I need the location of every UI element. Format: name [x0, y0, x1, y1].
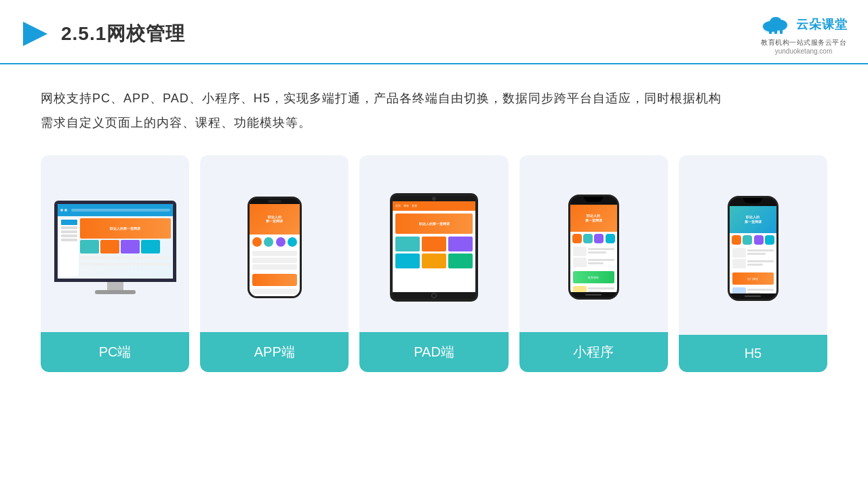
- card-pc: 职达人的第一堂网课: [41, 155, 189, 372]
- card-miniprogram-image: 职达人的第一堂网课: [519, 155, 668, 332]
- page-title: 2.5.1网校管理: [61, 21, 185, 47]
- logo-text: 云朵课堂: [796, 16, 848, 33]
- miniphone-frame-h5: 职达人的第一堂网课: [728, 196, 778, 301]
- miniphone-frame-mp: 职达人的第一堂网课: [568, 195, 619, 300]
- brand-logo-icon: [20, 19, 50, 49]
- phone-mockup-mp: 职达人的第一堂网课: [568, 195, 619, 300]
- tablet-frame: 首页 课程 直播 职达人的第一堂网课: [390, 193, 478, 302]
- card-pad: 首页 课程 直播 职达人的第一堂网课: [359, 155, 508, 372]
- card-pc-image: 职达人的第一堂网课: [41, 155, 189, 332]
- platform-cards: 职达人的第一堂网课: [0, 148, 868, 386]
- monitor-mockup: 职达人的第一堂网课: [54, 201, 176, 294]
- card-app-image: 职达人的第一堂网课: [200, 155, 349, 332]
- svg-rect-7: [769, 30, 772, 34]
- phone-mockup-app: 职达人的第一堂网课: [248, 197, 302, 298]
- card-h5: 职达人的第一堂网课: [679, 155, 827, 372]
- tablet-mockup: 首页 课程 直播 职达人的第一堂网课: [390, 193, 478, 302]
- phone-frame: 职达人的第一堂网课: [248, 197, 302, 298]
- yunduoketang-logo: 云朵课堂 教育机构一站式服务云平台 yunduoketang.com: [760, 12, 848, 55]
- svg-rect-8: [774, 30, 777, 34]
- header-left: 2.5.1网校管理: [20, 19, 185, 49]
- monitor-screen: 职达人的第一堂网课: [54, 201, 176, 282]
- logo-url: yunduoketang.com: [775, 47, 833, 55]
- svg-rect-9: [780, 30, 783, 34]
- card-miniprogram: 职达人的第一堂网课: [519, 155, 668, 372]
- svg-point-6: [770, 17, 782, 28]
- card-pc-label: PC端: [41, 332, 189, 372]
- card-h5-image: 职达人的第一堂网课: [679, 155, 827, 335]
- card-h5-label: H5: [679, 335, 827, 372]
- svg-marker-0: [23, 22, 47, 46]
- header: 2.5.1网校管理 云朵课堂 教育机构一站式服务云平台 yunduoketang…: [0, 0, 868, 64]
- logo-tagline: 教育机构一站式服务云平台: [761, 38, 846, 47]
- card-miniprogram-label: 小程序: [519, 332, 668, 372]
- phone-mockup-h5: 职达人的第一堂网课: [728, 196, 778, 301]
- card-pad-image: 首页 课程 直播 职达人的第一堂网课: [359, 155, 508, 332]
- cloud-logo-wrap: 云朵课堂: [760, 12, 848, 37]
- card-app: 职达人的第一堂网课: [200, 155, 349, 372]
- cloud-icon: [760, 12, 792, 37]
- card-app-label: APP端: [200, 332, 349, 372]
- card-pad-label: PAD端: [359, 332, 508, 372]
- description-text: 网校支持PC、APP、PAD、小程序、H5，实现多端打通，产品各终端自由切换，数…: [0, 64, 868, 148]
